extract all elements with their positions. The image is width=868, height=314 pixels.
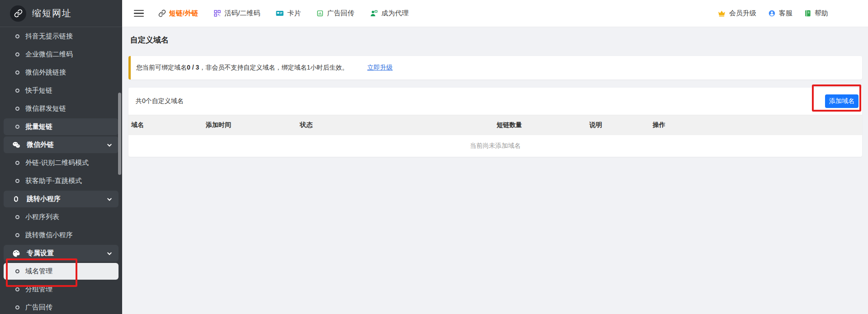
card-header: 共0个自定义域名 添加域名 [128, 88, 862, 115]
sidebar-item-batch-shortlink[interactable]: 批量短链 [4, 118, 119, 135]
sidebar-item-wechat-jump-link[interactable]: 微信外跳链接 [4, 64, 119, 81]
column-status: 状态 [297, 115, 494, 135]
circle-bullet-icon [15, 233, 19, 237]
page-title: 自定义域名 [130, 35, 862, 45]
sidebar-menu: 抖音无提示链接 企业微信二维码 微信外跳链接 快手短链 微信群发短链 批量短链 [0, 27, 122, 314]
column-actions: 操作 [650, 115, 862, 135]
column-domain: 域名 [128, 115, 203, 135]
sidebar-item-douyin-link[interactable]: 抖音无提示链接 [4, 28, 119, 45]
circle-bullet-icon [15, 125, 19, 129]
nav-become-agent[interactable]: 成为代理 [370, 9, 408, 18]
circle-bullet-icon [15, 179, 19, 183]
sidebar-item-wecom-qrcode[interactable]: 企业微信二维码 [4, 46, 119, 63]
main-content: 自定义域名 您当前可绑定域名0 / 3，非会员不支持自定义域名，绑定域名1小时后… [122, 27, 868, 314]
crown-icon [717, 9, 726, 17]
sidebar: 缩短网址 抖音无提示链接 企业微信二维码 微信外跳链接 快手短链 微信群发短链 … [0, 0, 122, 314]
sidebar-scrollbar-thumb[interactable] [118, 93, 121, 175]
circle-bullet-icon [15, 161, 19, 165]
sidebar-section-exclusive-settings[interactable]: 专属设置 [4, 245, 119, 262]
chevron-down-icon [107, 251, 112, 256]
circle-bullet-icon [15, 70, 19, 75]
sidebar-item-jump-wechat-miniprogram[interactable]: 跳转微信小程序 [4, 227, 119, 244]
circle-bullet-icon [15, 305, 19, 309]
table-header-row: 域名 添加时间 状态 短链数量 说明 操作 [128, 115, 862, 135]
nav-help[interactable]: 帮助 [804, 9, 828, 18]
chevron-down-icon [107, 197, 112, 202]
circle-bullet-icon [15, 107, 19, 111]
top-navigation: 短链/外链 活码/二维码 卡片 广告回传 [158, 9, 408, 18]
sidebar-section-wechat-outlink[interactable]: 微信外链 [4, 136, 119, 153]
nav-livecode-qrcode[interactable]: 活码/二维码 [213, 9, 260, 18]
upgrade-now-link[interactable]: 立即升级 [367, 64, 393, 72]
palette-icon [12, 249, 21, 258]
hamburger-menu-icon[interactable] [134, 10, 144, 17]
circle-bullet-icon [15, 89, 19, 93]
quota-notice-bar: 您当前可绑定域名0 / 3，非会员不支持自定义域名，绑定域名1小时后生效。 立即… [128, 56, 862, 80]
sidebar-item-leads-direct-mode[interactable]: 获客助手-直跳模式 [4, 173, 119, 189]
sidebar-item-outlink-qr-mode[interactable]: 外链-识别二维码模式 [4, 155, 119, 171]
circle-bullet-icon [15, 287, 19, 291]
miniprogram-icon [12, 195, 21, 204]
domain-table-card: 共0个自定义域名 添加域名 域名 添加时间 状态 短链数量 说明 操作 [128, 88, 862, 157]
sidebar-item-domain-management[interactable]: 域名管理 [4, 263, 119, 280]
sidebar-section-jump-miniprogram[interactable]: 跳转小程序 [4, 191, 119, 207]
sidebar-item-ad-callback[interactable]: 广告回传 [4, 299, 119, 314]
nav-customer-service[interactable]: 客服 [768, 9, 792, 18]
app-title: 缩短网址 [32, 7, 72, 19]
app-logo: 缩短网址 [0, 0, 122, 27]
link-logo-icon [10, 5, 26, 22]
column-added-time: 添加时间 [203, 115, 297, 135]
nav-card[interactable]: 卡片 [275, 9, 301, 18]
domain-count-summary: 共0个自定义域名 [136, 97, 184, 105]
circle-bullet-icon [15, 34, 19, 38]
sidebar-item-kuaishou-shortlink[interactable]: 快手短链 [4, 82, 119, 99]
column-shortlink-count: 短链数量 [494, 115, 587, 135]
help-book-icon [804, 9, 811, 17]
circle-bullet-icon [15, 215, 19, 219]
sidebar-item-miniprogram-list[interactable]: 小程序列表 [4, 209, 119, 225]
sidebar-item-wechat-group-shortlink[interactable]: 微信群发短链 [4, 100, 119, 117]
nav-ad-callback[interactable]: 广告回传 [316, 9, 354, 18]
nav-shortlink-outlink[interactable]: 短链/外链 [158, 9, 198, 18]
topbar: 短链/外链 活码/二维码 卡片 广告回传 [122, 0, 868, 27]
empty-state-row: 当前尚未添加域名 [128, 135, 862, 157]
add-domain-button[interactable]: 添加域名 [825, 94, 859, 108]
customer-service-icon [768, 9, 776, 17]
quota-value: 0 / 3 [187, 64, 199, 71]
ad-callback-icon [316, 9, 324, 17]
wechat-icon [12, 141, 21, 150]
topbar-right-group: 会员升级 客服 帮助 [717, 9, 828, 18]
qr-code-icon [213, 9, 221, 17]
chevron-down-icon [107, 142, 112, 148]
sidebar-item-group-management[interactable]: 分组管理 [4, 281, 119, 298]
quota-notice-text: 您当前可绑定域名0 / 3，非会员不支持自定义域名，绑定域名1小时后生效。 [136, 64, 348, 72]
circle-bullet-icon [15, 269, 19, 273]
circle-bullet-icon [15, 52, 19, 56]
card-icon [275, 9, 284, 17]
agent-person-icon [370, 9, 378, 17]
domain-table: 域名 添加时间 状态 短链数量 说明 操作 当前尚未添加域名 [128, 115, 862, 157]
column-description: 说明 [587, 115, 650, 135]
link-icon [158, 9, 166, 17]
empty-state-text: 当前尚未添加域名 [128, 135, 862, 157]
nav-member-upgrade[interactable]: 会员升级 [717, 9, 756, 18]
